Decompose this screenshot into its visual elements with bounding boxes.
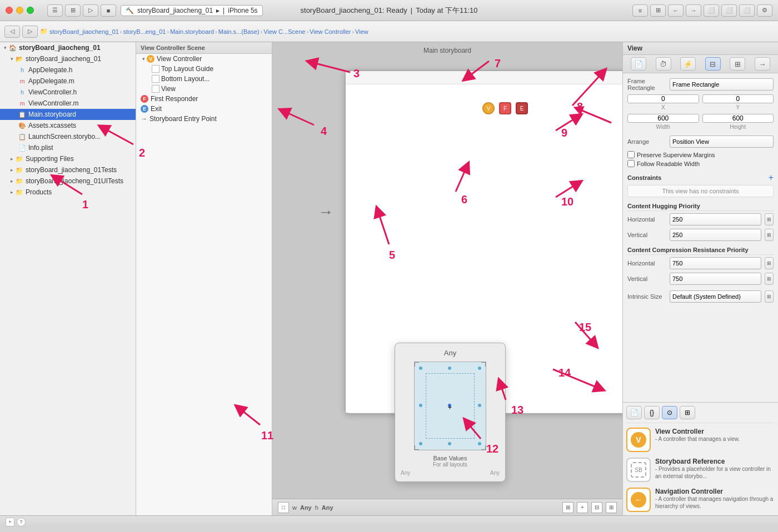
canvas-square-icon[interactable]: □ — [278, 502, 289, 513]
nav-item-launch[interactable]: 📋 LaunchScreen.storybo... — [0, 131, 136, 142]
tab-history[interactable]: ⏱ — [656, 57, 671, 71]
scene-item-bottomlayout[interactable]: Bottom Layout... — [136, 74, 272, 84]
icon-layout3[interactable]: ⬜ — [739, 4, 755, 17]
inspector-item-nc[interactable]: ← Navigation Controller - A controller t… — [626, 488, 775, 512]
tab-connections[interactable]: → — [755, 57, 770, 71]
nav-item-appdelegate-m[interactable]: m AppDelegate.m — [0, 76, 136, 87]
nav-item-infoplist[interactable]: 📄 Info.plist — [0, 142, 136, 153]
breadcrumb-item-1[interactable]: storyB...eng_01 — [123, 28, 166, 35]
scene-item-toplayout[interactable]: Top Layout Guide — [136, 64, 272, 74]
btab-media[interactable]: ⊞ — [680, 406, 695, 419]
hugging-h-stepper[interactable]: ⊞ — [765, 213, 774, 225]
hugging-v-stepper[interactable]: ⊞ — [765, 229, 774, 241]
canvas-icon3[interactable]: ⊟ — [591, 502, 602, 513]
breadcrumb-item-2[interactable]: Main.storyboard — [170, 28, 214, 35]
size-grid[interactable]: + — [414, 362, 486, 450]
vc-yellow-circle[interactable]: V — [482, 102, 495, 114]
compression-v-stepper[interactable]: ⊞ — [765, 273, 774, 285]
traffic-lights — [6, 7, 34, 14]
nav-item-root[interactable]: ▾ 🏠 storyBoard_jiaocheng_01 — [0, 42, 136, 53]
toolbar-icon-2[interactable]: ⊞ — [65, 4, 81, 17]
icon-bookmark[interactable]: ⊞ — [650, 4, 666, 17]
icon-settings[interactable]: ⚙ — [757, 4, 772, 17]
scene-item-entrypoint[interactable]: → Storyboard Entry Point — [136, 114, 272, 124]
icon-forward[interactable]: → — [686, 4, 701, 17]
tab-attr[interactable]: ⊟ — [705, 57, 721, 71]
corner-mark — [415, 362, 419, 367]
btab-code[interactable]: {} — [644, 406, 660, 419]
preserve-margins-checkbox[interactable] — [627, 151, 635, 158]
nav-item-mainstoryboard[interactable]: 📋 Main.storyboard — [0, 109, 136, 120]
nav-forward-btn[interactable]: ▷ — [22, 26, 38, 38]
btab-object[interactable]: ⊙ — [662, 406, 677, 419]
compression-h-label: Horizontal — [627, 260, 666, 267]
separator: | — [411, 6, 412, 14]
scene-item-vc[interactable]: ▾ V View Controller — [136, 54, 272, 64]
hugging-v-select[interactable]: 250 — [670, 229, 761, 241]
constraints-title: Constraints — [627, 174, 661, 181]
btab-file[interactable]: 📄 — [626, 406, 642, 419]
nav-item-vc-h[interactable]: h ViewController.h — [0, 87, 136, 98]
toolbar-icon-3[interactable]: ▷ — [83, 4, 98, 17]
canvas-icon2[interactable]: + — [577, 502, 588, 513]
icon-list[interactable]: ≡ — [632, 4, 648, 17]
nav-item-vc-m[interactable]: m ViewController.m — [0, 98, 136, 109]
hugging-h-select[interactable]: 250 — [670, 213, 761, 225]
intrinsic-select[interactable]: Default (System Defined) — [670, 290, 761, 303]
scene-item-view[interactable]: View — [136, 84, 272, 94]
nav-back-btn[interactable]: ◁ — [4, 26, 20, 38]
size-dot-center[interactable]: + — [448, 404, 451, 407]
arrange-select[interactable]: Position View — [670, 135, 774, 148]
breadcrumb-item-6[interactable]: View — [355, 28, 368, 35]
nav-item-group1[interactable]: ▾ 📂 storyBoard_jiaocheng_01 — [0, 53, 136, 64]
status-left: + ? — [6, 518, 26, 526]
tab-size[interactable]: ⊞ — [730, 57, 745, 71]
folder-icon: 📁 — [15, 154, 24, 163]
status-icon1[interactable]: + — [6, 518, 14, 526]
vc-dark-rect[interactable]: E — [516, 102, 528, 114]
minimize-button[interactable] — [16, 7, 23, 14]
scene-item-responder[interactable]: F First Responder — [136, 94, 272, 104]
intrinsic-stepper[interactable]: ⊞ — [765, 290, 774, 303]
x-input[interactable] — [627, 94, 699, 103]
breadcrumb-item-0[interactable]: 📁 storyBoard_jiaocheng_01 — [40, 28, 119, 35]
add-constraint-btn[interactable]: + — [769, 173, 774, 183]
tab-lightning[interactable]: ⚡ — [680, 57, 696, 71]
vc-red-rect[interactable]: F — [499, 102, 511, 114]
maximize-button[interactable] — [27, 7, 34, 14]
scheme-selector[interactable]: 🔨 storyBoard_jiaocheng_01 ▸ | iPhone 5s — [121, 5, 263, 16]
scene-item-exit[interactable]: E Exit — [136, 104, 272, 114]
inspector-item-sb[interactable]: SB Storyboard Reference - Provides a pla… — [626, 458, 775, 482]
icon-layout1[interactable]: ⬜ — [704, 4, 719, 17]
size-bottom-right: Any — [490, 470, 500, 476]
toolbar-icon-4[interactable]: ■ — [101, 4, 116, 17]
breadcrumb-item-4[interactable]: View C...Scene — [263, 28, 305, 35]
tab-file[interactable]: 📄 — [631, 57, 646, 71]
nav-item-assets[interactable]: 🎨 Assets.xcassets — [0, 120, 136, 131]
nav-item-appdelegate-h[interactable]: h AppDelegate.h — [0, 64, 136, 76]
compression-v-select[interactable]: 750 — [670, 273, 761, 285]
compression-h-stepper[interactable]: ⊞ — [765, 257, 774, 269]
nav-item-supporting[interactable]: ▸ 📁 Supporting Files — [0, 153, 136, 164]
nav-item-products[interactable]: ▸ 📁 Products — [0, 187, 136, 198]
status-icon2[interactable]: ? — [17, 518, 26, 526]
height-input[interactable] — [702, 114, 774, 123]
canvas-icon4[interactable]: ⊞ — [606, 502, 617, 513]
frame-select[interactable]: Frame Rectangle — [670, 78, 774, 91]
compression-h-select[interactable]: 750 — [670, 257, 761, 269]
toolbar-icon-1[interactable]: ☰ — [47, 4, 63, 17]
y-input[interactable] — [702, 94, 774, 103]
icon-layout2[interactable]: ⬜ — [721, 4, 737, 17]
nav-item-uitests[interactable]: ▸ 📁 storyBoard_jiaocheng_01UITests — [0, 175, 136, 187]
inspector-item-vc[interactable]: V View Controller - A controller that ma… — [626, 428, 775, 452]
breadcrumb-item-3[interactable]: Main.s...(Base) — [218, 28, 260, 35]
canvas-area[interactable]: Main storyboard → 🔋 V F E Any — [272, 42, 622, 515]
close-button[interactable] — [6, 7, 13, 14]
size-class-popup[interactable]: Any + Base Values — [395, 343, 506, 482]
breadcrumb-item-5[interactable]: View Controller — [310, 28, 351, 35]
nav-item-tests[interactable]: ▸ 📁 storyBoard_jiaocheng_01Tests — [0, 164, 136, 175]
width-input[interactable] — [627, 114, 699, 123]
readable-width-checkbox[interactable] — [627, 160, 635, 167]
canvas-icon1[interactable]: ⊞ — [562, 502, 573, 513]
icon-back[interactable]: ← — [668, 4, 684, 17]
